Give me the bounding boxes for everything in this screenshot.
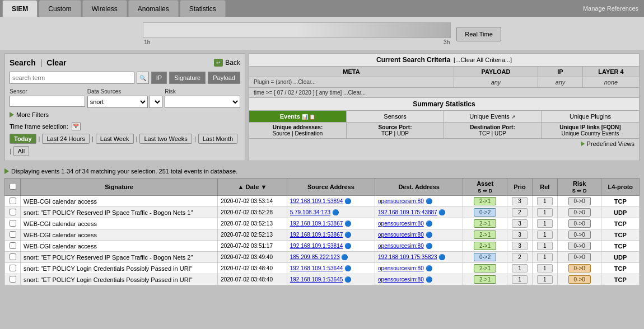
last-two-weeks-button[interactable]: Last two Weeks <box>139 134 192 144</box>
dst-sensor-icon[interactable]: 🔵 <box>426 220 432 227</box>
manage-references-link[interactable]: Manage References <box>583 5 638 12</box>
src-sensor-icon[interactable]: 🔵 <box>344 276 351 283</box>
asset-badge: 2->1 <box>474 197 496 205</box>
sensor-input[interactable] <box>10 96 85 107</box>
clear-all-criteria-link[interactable]: [...Clear All Criteria...] <box>454 57 512 63</box>
clear-link[interactable]: Clear <box>46 58 66 67</box>
dst-sensor-icon[interactable]: 🔵 <box>426 243 432 249</box>
summary-tabs: Events 📊 📋 Sensors Unique Events ↗ Uniqu… <box>249 111 639 123</box>
row-src: 192.168.109.1:53867 🔵 <box>287 229 375 241</box>
src-sensor-icon[interactable]: 🔵 <box>344 198 351 204</box>
dst-address-link[interactable]: opensourcesim:80 <box>378 220 424 227</box>
src-sensor-icon[interactable]: 🔵 <box>344 265 351 271</box>
timeline-bar[interactable]: 1h 3h <box>143 22 451 45</box>
calendar-icon[interactable]: 📅 <box>72 123 81 130</box>
tab-anomalies[interactable]: Anomalies <box>128 0 179 17</box>
risk-select[interactable] <box>165 96 240 108</box>
summary-tab-unique-plugins[interactable]: Unique Plugins <box>542 111 639 122</box>
src-sensor-icon[interactable]: 🔵 <box>344 243 351 249</box>
dst-address-link[interactable]: 192.168.109.175:35823 <box>378 254 437 260</box>
dst-address-link[interactable]: opensourcesim:80 <box>378 232 424 238</box>
last-week-button[interactable]: Last Week <box>96 134 134 144</box>
src-address-link[interactable]: 185.209.85.222:123 <box>290 254 340 260</box>
back-button[interactable]: ↩ Back <box>214 59 240 67</box>
summary-tab-events[interactable]: Events 📊 📋 <box>249 111 347 122</box>
table-row: snort: "ET POLICY Login Credentials Poss… <box>5 263 640 274</box>
dst-address-link[interactable]: opensourcesim:80 <box>378 198 424 204</box>
dst-sensor-icon[interactable]: 🔵 <box>426 232 432 238</box>
src-sensor-icon[interactable]: 🔵 <box>341 254 348 260</box>
risk-badge: 0->0 <box>568 231 591 239</box>
row-proto: UDP <box>601 252 640 263</box>
row-select-checkbox[interactable] <box>10 242 16 249</box>
src-sensor-icon[interactable]: 🔵 <box>344 220 351 227</box>
last24h-button[interactable]: Last 24 Hours <box>42 134 89 144</box>
events-section: Displaying events 1-34 of 34 matching yo… <box>0 164 644 289</box>
select-all-checkbox[interactable] <box>10 183 16 190</box>
dst-address-link[interactable]: opensourcesim:80 <box>378 276 424 283</box>
summary-tab-sensors[interactable]: Sensors <box>347 111 444 122</box>
row-select-checkbox[interactable] <box>10 231 16 238</box>
row-src: 192.168.109.1:53644 🔵 <box>287 263 375 274</box>
dst-sensor-icon[interactable]: 🔵 <box>426 265 432 271</box>
src-sensor-icon[interactable]: 🔵 <box>344 232 351 238</box>
tab-wireless[interactable]: Wireless <box>82 0 127 17</box>
row-risk: 0->0 <box>557 207 601 218</box>
row-select-checkbox[interactable] <box>10 209 16 215</box>
table-row: WEB-CGI calendar access 2020-07-02 03:52… <box>5 218 640 229</box>
dst-address-link[interactable]: 192.168.109.175:43887 <box>378 209 437 215</box>
meta-value1: Plugin = (snort) ...Clear... <box>249 77 454 87</box>
tab-siem[interactable]: SIEM <box>2 0 38 17</box>
row-checkbox <box>5 263 21 274</box>
src-address-link[interactable]: 192.168.109.1:53894 <box>290 198 343 204</box>
row-proto: TCP <box>601 274 640 285</box>
datasource-group: Data Sources snort <box>87 88 163 108</box>
summary-header: Summary Statistics <box>249 98 639 111</box>
src-address-link[interactable]: 192.168.109.1:53867 <box>290 220 343 227</box>
row-select-checkbox[interactable] <box>10 198 16 204</box>
row-select-checkbox[interactable] <box>10 276 16 283</box>
last-month-button[interactable]: Last Month <box>198 134 237 144</box>
ip-button[interactable]: IP <box>151 72 167 84</box>
events-table: Signature ▲ Date ▼ Source Address Dest. … <box>4 178 640 285</box>
row-risk: 0->0 <box>557 196 601 207</box>
today-button[interactable]: Today <box>10 134 36 144</box>
row-select-checkbox[interactable] <box>10 220 16 227</box>
dst-address-link[interactable]: opensourcesim:80 <box>378 243 424 249</box>
src-address-link[interactable]: 192.168.109.1:53645 <box>290 276 343 283</box>
src-sensor-icon[interactable]: 🔵 <box>332 209 339 215</box>
row-prio: 2 <box>507 252 532 263</box>
th-date[interactable]: ▲ Date ▼ <box>218 178 287 196</box>
realtime-button[interactable]: Real Time <box>456 27 501 41</box>
src-address-link[interactable]: 192.168.109.1:53814 <box>290 243 343 249</box>
prio-badge: 1 <box>512 275 528 284</box>
tab-custom[interactable]: Custom <box>39 0 81 17</box>
payload-button[interactable]: Payload <box>208 72 240 84</box>
col-layer4: LAYER 4 <box>583 67 639 77</box>
dst-address-link[interactable]: opensourcesim:80 <box>378 265 424 271</box>
all-button[interactable]: All <box>13 146 29 156</box>
tab-statistics[interactable]: Statistics <box>180 0 226 17</box>
search-input[interactable] <box>10 72 134 84</box>
src-address-link[interactable]: 192.168.109.1:53644 <box>290 265 343 271</box>
row-date: 2020-07-02 03:51:17 <box>218 241 287 252</box>
dst-sensor-icon[interactable]: 🔵 <box>438 209 445 215</box>
predefined-views[interactable]: Predefined Views <box>249 139 639 149</box>
dst-sensor-icon[interactable]: 🔵 <box>438 254 445 260</box>
search-go-button[interactable]: 🔍 <box>137 72 149 84</box>
dst-sensor-icon[interactable]: 🔵 <box>426 198 432 204</box>
datasource-arrow-select[interactable] <box>149 96 162 108</box>
dst-sensor-icon[interactable]: 🔵 <box>426 276 432 283</box>
more-filters[interactable]: More Filters <box>10 111 240 118</box>
asset-badge: 0->2 <box>474 208 496 217</box>
prio-badge: 3 <box>512 219 528 228</box>
signature-button[interactable]: Signature <box>169 72 206 84</box>
row-signature: WEB-CGI calendar access <box>21 229 218 241</box>
rel-badge: 1 <box>537 264 553 272</box>
datasource-select[interactable]: snort <box>87 96 148 108</box>
src-address-link[interactable]: 192.168.109.1:53867 <box>290 232 343 238</box>
row-select-checkbox[interactable] <box>10 253 16 260</box>
src-address-link[interactable]: 5.79.108.34:123 <box>290 209 330 215</box>
summary-tab-unique-events[interactable]: Unique Events ↗ <box>444 111 542 122</box>
row-select-checkbox[interactable] <box>10 265 16 271</box>
